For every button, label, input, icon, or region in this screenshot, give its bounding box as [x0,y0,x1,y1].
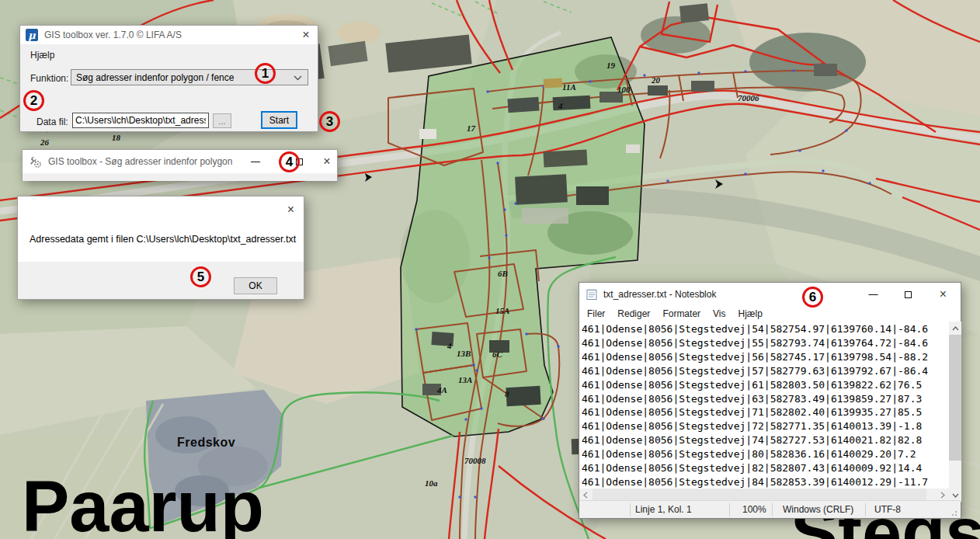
result-body-strip [23,173,337,181]
place-label-paarup: Paarup [22,471,264,539]
saved-message-text: Adressedata gemt i filen C:\Users\lch\De… [30,234,296,245]
notepad-statusbar: Linje 1, Kol. 1 100% Windows (CRLF) UTF-… [579,500,961,518]
gis-toolbox-title: GIS toolbox ver. 1.7.0 © LIFA A/S [44,30,182,40]
menu-item-filer[interactable]: Filer [581,308,611,319]
notepad-line: 461|Odense|8056|Stegstedvej|71|582802.40… [582,405,949,419]
status-eol: Windows (CRLF) [783,504,853,515]
vertical-scrollbar[interactable] [949,322,961,502]
notepad-line: 461|Odense|8056|Stegstedvej|82|582807.43… [582,461,949,475]
result-title: GIS toolbox - Søg adresser indenfor poly… [48,156,232,167]
minimize-icon[interactable]: — [856,283,891,306]
parcel-label: 100 [617,85,631,94]
parcel-label: 17 [467,123,475,133]
close-icon[interactable]: × [926,283,961,306]
notepad-line: 461|Odense|8056|Stegstedvej|56|582745.17… [582,350,949,364]
maximize-icon[interactable] [891,283,926,306]
menu-item-formater[interactable]: Formater [656,308,707,319]
status-line-col: Linje 1, Kol. 1 [635,504,692,515]
menu-hjaelp[interactable]: Hjælp [30,50,54,61]
close-icon[interactable]: × [294,26,318,44]
minimize-icon[interactable]: — [240,150,271,173]
datafil-label: Data fil: [36,116,68,127]
place-label-fredskov: Fredskov [177,436,235,450]
notepad-line: 461|Odense|8056|Stegstedvej|57|582779.63… [582,364,949,378]
parcel-label: 6C [492,349,502,359]
callout-circle-1: 1 [255,63,276,84]
notepad-line: 461|Odense|8056|Stegstedvej|74|582727.53… [582,433,949,447]
parcel-label: 6B [498,269,508,278]
notepad-line: 461|Odense|8056|Stegstedvej|55|582793.74… [582,336,949,350]
parcel-label: 10a [425,478,438,488]
menu-item-hjælp[interactable]: Hjælp [732,308,769,319]
notepad-title: txt_adresser.txt - Notesblok [603,289,716,300]
browse-button[interactable]: ... [213,113,231,128]
notepad-titlebar[interactable]: txt_adresser.txt - Notesblok — × [579,283,961,306]
funktion-label: Funktion: [30,73,68,84]
callout-circle-2: 2 [23,90,44,111]
parcel-label: 13A [458,375,472,384]
notepad-line: 461|Odense|8056|Stegstedvej|54|582754.97… [582,322,949,336]
funktion-value: Søg adresser indenfor polygon / fence [76,72,234,83]
parcel-label: 4A [437,385,447,395]
notepad-line: 461|Odense|8056|Stegstedvej|84|582853.39… [582,475,949,489]
parcel-label: 18 [112,133,120,142]
parcel-label: 15A [495,306,509,315]
parcel-label: 13B [457,349,471,358]
parcel-label: 4 [558,101,563,110]
parcel-label: 19 [606,61,615,70]
callout-circle-3: 3 [319,111,340,132]
gis-toolbox-titlebar[interactable]: μ GIS toolbox ver. 1.7.0 © LIFA A/S × [20,26,318,44]
notepad-line: 461|Odense|8056|Stegstedvej|61|582803.50… [582,378,949,392]
screenshot-stage: 1711A419100207000626186B15A413B6C13A4A87… [0,0,980,539]
lifa-logo-icon: μ [26,29,38,41]
scroll-up-icon[interactable] [949,322,961,335]
notepad-line: 461|Odense|8056|Stegstedvej|72|582771.35… [582,419,949,433]
tools-icon [29,155,42,169]
close-icon[interactable]: × [287,203,294,217]
notepad-line: 461|Odense|8056|Stegstedvej|80|582836.16… [582,447,949,461]
parcel-label: 11A [562,82,576,92]
parcel-label: 20 [652,75,660,85]
ok-button[interactable]: OK [234,277,277,294]
parcel-label: 70008 [464,456,486,465]
parcel-label: 8 [505,389,509,398]
menu-item-rediger[interactable]: Rediger [611,308,656,319]
saved-message-dialog: × Adressedata gemt i filen C:\Users\lch\… [17,196,304,300]
callout-circle-4: 4 [279,151,300,172]
notepad-line: 461|Odense|8056|Stegstedvej|63|582783.49… [582,392,949,406]
notepad-menubar: FilerRedigerFormaterVisHjælp [579,306,961,322]
parcel-label: 70006 [738,93,759,103]
resize-grip[interactable] [951,509,959,516]
notepad-window: txt_adresser.txt - Notesblok — × FilerRe… [579,282,961,519]
parcel-label: 26 [40,137,49,147]
menu-item-vis[interactable]: Vis [707,308,732,319]
datafil-input[interactable] [72,113,209,128]
start-button[interactable]: Start [261,111,297,129]
callout-circle-6: 6 [802,287,823,308]
chevron-down-icon [294,75,302,81]
status-zoom: 100% [742,504,766,515]
callout-circle-5: 5 [190,266,211,287]
vertical-scroll-thumb[interactable] [949,335,961,461]
close-icon[interactable]: × [311,150,342,173]
status-encoding: UTF-8 [874,504,901,515]
notepad-text-area[interactable]: 461|Odense|8056|Stegstedvej|54|582754.97… [579,322,949,489]
parcel-label: 4 [447,341,452,350]
notepad-icon [586,288,598,301]
